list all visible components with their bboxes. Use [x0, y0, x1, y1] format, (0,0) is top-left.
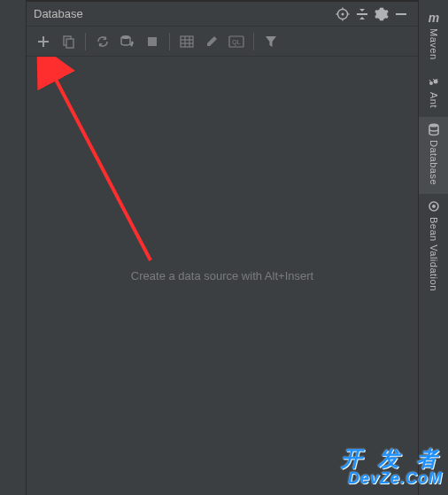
svg-rect-6 — [357, 13, 367, 15]
sidebar-label: Maven — [429, 28, 439, 60]
svg-point-1 — [342, 12, 344, 15]
svg-marker-25 — [266, 36, 276, 47]
sidebar-label: Database — [429, 140, 439, 185]
svg-rect-18 — [181, 36, 193, 47]
database-panel: Database — [27, 0, 418, 495]
svg-rect-17 — [148, 37, 157, 46]
sidebar-tab-maven[interactable]: m Maven — [419, 5, 448, 69]
collapse-icon[interactable] — [352, 4, 372, 24]
toolbar-separator — [253, 33, 254, 50]
left-gutter — [0, 0, 27, 495]
svg-line-32 — [433, 79, 435, 81]
svg-rect-13 — [66, 39, 73, 48]
sidebar-tab-database[interactable]: Database — [419, 117, 448, 194]
toolbar-separator — [169, 33, 170, 50]
sidebar-label: Bean Validation — [429, 217, 439, 291]
bean-validation-icon — [427, 199, 441, 213]
svg-point-34 — [429, 123, 438, 127]
svg-point-36 — [432, 205, 436, 208]
svg-marker-8 — [359, 17, 365, 19]
svg-rect-9 — [396, 13, 406, 15]
placeholder-text: Create a data source with Alt+Insert — [131, 269, 313, 282]
sidebar-tab-ant[interactable]: Ant — [419, 69, 448, 117]
database-icon — [427, 122, 441, 136]
edit-button[interactable] — [200, 30, 223, 53]
svg-rect-11 — [38, 41, 49, 43]
panel-title: Database — [34, 7, 333, 20]
toolbar-separator — [85, 33, 86, 50]
table-button[interactable] — [175, 30, 198, 53]
filter-button[interactable] — [259, 30, 282, 53]
sidebar-tab-bean-validation[interactable]: Bean Validation — [419, 194, 448, 300]
stop-button[interactable] — [141, 30, 164, 53]
toolbar: QL — [27, 27, 418, 57]
svg-point-16 — [121, 35, 130, 39]
annotation-arrow — [27, 57, 418, 411]
sidebar-label: Ant — [429, 92, 439, 108]
locate-icon[interactable] — [333, 4, 352, 24]
svg-text:QL: QL — [232, 39, 240, 46]
add-button[interactable] — [32, 30, 55, 53]
svg-line-27 — [53, 74, 151, 260]
duplicate-button[interactable] — [57, 30, 80, 53]
panel-body: Create a data source with Alt+Insert — [27, 57, 418, 495]
maven-icon: m — [427, 11, 441, 25]
svg-text:m: m — [428, 11, 438, 25]
gear-icon[interactable] — [372, 4, 391, 24]
ant-icon — [427, 74, 441, 89]
hide-icon[interactable] — [391, 4, 411, 24]
panel-header: Database — [27, 0, 418, 27]
ql-button[interactable]: QL — [225, 30, 248, 53]
datasource-properties-button[interactable] — [116, 30, 139, 53]
svg-marker-7 — [359, 9, 365, 12]
right-sidebar: m Maven Ant Database Bean Validation — [418, 0, 448, 495]
refresh-button[interactable] — [91, 30, 114, 53]
